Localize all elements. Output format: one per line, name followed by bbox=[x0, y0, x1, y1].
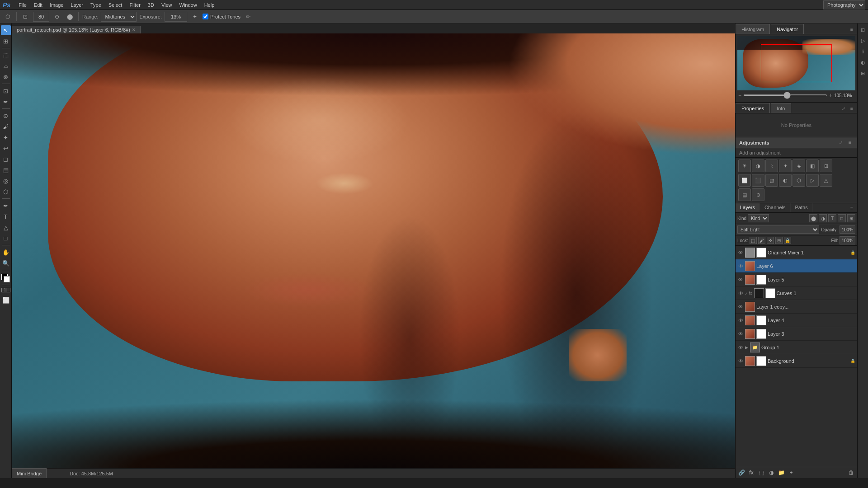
layer-vis-channel-mixer[interactable]: 👁 bbox=[737, 249, 744, 256]
zoom-minus-icon[interactable]: − bbox=[738, 92, 741, 99]
menu-3d[interactable]: 3D bbox=[144, 0, 158, 10]
prop-menu-icon[interactable]: ≡ bbox=[848, 105, 855, 112]
adjustment-layer-btn[interactable]: ◑ bbox=[767, 469, 775, 477]
zoom-slider[interactable] bbox=[743, 94, 827, 96]
layer-row-curves[interactable]: 👁 ♪ fx Curves 1 bbox=[736, 286, 857, 300]
kind-filter-type[interactable]: T bbox=[828, 214, 836, 222]
brush-angle-icon[interactable]: ⊙ bbox=[52, 12, 62, 22]
tab-channels[interactable]: Channels bbox=[760, 203, 790, 212]
layer-row-6[interactable]: 👁 Layer 6 bbox=[736, 259, 857, 273]
adj-bw[interactable]: ⬜ bbox=[738, 174, 751, 187]
tool-blur[interactable]: ◎ bbox=[1, 176, 11, 186]
adj-hsl[interactable]: ◧ bbox=[806, 160, 819, 172]
tool-gradient[interactable]: ▤ bbox=[1, 165, 11, 175]
lock-all-btn[interactable]: 🔒 bbox=[784, 237, 791, 244]
kind-filter-shape[interactable]: □ bbox=[838, 214, 846, 222]
protect-tones-checkbox[interactable] bbox=[203, 14, 208, 19]
panel-menu-icon[interactable]: ≡ bbox=[848, 26, 855, 33]
tool-hand[interactable]: ✋ bbox=[1, 247, 11, 257]
layer-row-background[interactable]: 👁 Background 🔒 bbox=[736, 354, 857, 368]
tool-pen[interactable]: ✒ bbox=[1, 201, 11, 211]
layer-styles-btn[interactable]: fx bbox=[747, 469, 755, 477]
link-layers-btn[interactable]: 🔗 bbox=[737, 469, 745, 477]
adj-curves[interactable]: ⌇ bbox=[765, 160, 778, 172]
canvas-area[interactable]: portrait_retouch.psd @ 105.13% (Layer 6,… bbox=[12, 23, 735, 478]
adj-color-lookup[interactable]: ◐ bbox=[779, 174, 792, 187]
layer-row-4[interactable]: 👁 Layer 4 bbox=[736, 314, 857, 327]
kind-select[interactable]: Kind bbox=[748, 214, 769, 222]
layer-vis-group1[interactable]: 👁 bbox=[737, 344, 744, 351]
lock-pixels-btn[interactable]: 🖌 bbox=[758, 237, 765, 244]
layer-row-3[interactable]: 👁 Layer 3 bbox=[736, 327, 857, 341]
menu-layer[interactable]: Layer bbox=[67, 0, 87, 10]
adj-brightness[interactable]: ☀ bbox=[738, 160, 751, 172]
menu-help[interactable]: Help bbox=[201, 0, 218, 10]
adj-levels[interactable]: ◑ bbox=[752, 160, 764, 172]
adj-exposure[interactable]: ✦ bbox=[779, 160, 792, 172]
grid-icon[interactable]: ⊞ bbox=[859, 69, 868, 78]
layer-vis-6[interactable]: 👁 bbox=[737, 263, 744, 269]
adj-gradient-map[interactable]: ▤ bbox=[738, 188, 751, 201]
right-panel-toggle[interactable]: ⊞ bbox=[859, 25, 868, 34]
tool-brush[interactable]: 🖌 bbox=[1, 122, 11, 131]
prop-expand-icon[interactable]: ⤢ bbox=[840, 105, 847, 112]
group-layers-btn[interactable]: 📁 bbox=[777, 469, 785, 477]
tool-eraser[interactable]: ◻ bbox=[1, 154, 11, 164]
tool-artboard[interactable]: ⊞ bbox=[1, 36, 11, 46]
kind-filter-adjust[interactable]: ◑ bbox=[819, 214, 827, 222]
tab-properties[interactable]: Properties bbox=[736, 103, 770, 113]
exposure-input[interactable] bbox=[165, 12, 187, 22]
tool-spot-heal[interactable]: ⊙ bbox=[1, 111, 11, 121]
right-arrow-icon[interactable]: ▷ bbox=[859, 36, 868, 45]
menu-file[interactable]: File bbox=[15, 0, 30, 10]
adj-vibrance[interactable]: ◈ bbox=[793, 160, 805, 172]
tab-histogram[interactable]: Histogram bbox=[736, 24, 770, 34]
menu-type[interactable]: Type bbox=[87, 0, 105, 10]
workspace-select[interactable]: Photography bbox=[823, 0, 865, 9]
tab-navigator[interactable]: Navigator bbox=[771, 24, 804, 34]
tool-move[interactable]: ↖ bbox=[1, 25, 11, 35]
menu-image[interactable]: Image bbox=[46, 0, 67, 10]
new-layer-btn[interactable]: + bbox=[787, 469, 795, 477]
tool-crop[interactable]: ⊡ bbox=[1, 86, 11, 96]
adj-expand-icon[interactable]: ⤢ bbox=[837, 139, 844, 146]
navigator-preview[interactable] bbox=[737, 36, 855, 90]
brush-shape-icon[interactable]: ⬤ bbox=[65, 12, 75, 22]
adj-posterize[interactable]: ▷ bbox=[806, 174, 819, 187]
lock-transparent-btn[interactable]: ⬚ bbox=[750, 237, 757, 244]
layer-row-1copy[interactable]: 👁 Layer 1 copy... bbox=[736, 300, 857, 314]
tool-quick-select[interactable]: ⊛ bbox=[1, 72, 11, 82]
tool-path[interactable]: △ bbox=[1, 222, 11, 232]
tool-zoom[interactable]: 🔍 bbox=[1, 258, 11, 268]
screen-mode-icon[interactable]: ⬜ bbox=[1, 295, 11, 305]
protect-tones-label[interactable]: Protect Tones bbox=[203, 14, 241, 19]
adj-color-balance[interactable]: ⊞ bbox=[820, 160, 832, 172]
brush-size-input[interactable] bbox=[33, 12, 49, 22]
quick-mask-icon[interactable]: ⬛ bbox=[1, 288, 10, 292]
menu-window[interactable]: Window bbox=[176, 0, 201, 10]
menu-filter[interactable]: Filter bbox=[126, 0, 144, 10]
layer-vis-3[interactable]: 👁 bbox=[737, 331, 744, 337]
layer-vis-curves[interactable]: 👁 bbox=[737, 290, 744, 296]
menu-view[interactable]: View bbox=[158, 0, 176, 10]
delete-layer-btn[interactable]: 🗑 bbox=[847, 469, 855, 477]
layers-menu-icon[interactable]: ≡ bbox=[848, 204, 855, 211]
group-arrow-icon[interactable]: ▶ bbox=[745, 345, 748, 350]
tab-close-icon[interactable]: ✕ bbox=[132, 28, 136, 32]
lock-artboard-btn[interactable]: ⊞ bbox=[775, 237, 783, 244]
tool-dodge[interactable]: ⬡ bbox=[1, 187, 11, 197]
tool-shape[interactable]: □ bbox=[1, 233, 11, 243]
tool-lasso[interactable]: ⌓ bbox=[1, 61, 11, 71]
layer-vis-5[interactable]: 👁 bbox=[737, 277, 744, 283]
tab-paths[interactable]: Paths bbox=[791, 203, 813, 212]
range-select[interactable]: Midtones Shadows Highlights bbox=[101, 12, 137, 22]
layer-row-group1[interactable]: 👁 ▶ 📁 Group 1 bbox=[736, 341, 857, 354]
sample-icon[interactable]: ✏ bbox=[243, 12, 253, 22]
tool-marquee[interactable]: ⬚ bbox=[1, 50, 11, 60]
layer-vis-4[interactable]: 👁 bbox=[737, 317, 744, 324]
color-icon[interactable]: ◐ bbox=[859, 58, 868, 67]
zoom-plus-icon[interactable]: + bbox=[829, 92, 832, 99]
tab-layers[interactable]: Layers bbox=[736, 203, 760, 212]
kind-filter-pixel[interactable]: ⬤ bbox=[809, 214, 817, 222]
adj-photo-filter[interactable]: ⬛ bbox=[752, 174, 764, 187]
